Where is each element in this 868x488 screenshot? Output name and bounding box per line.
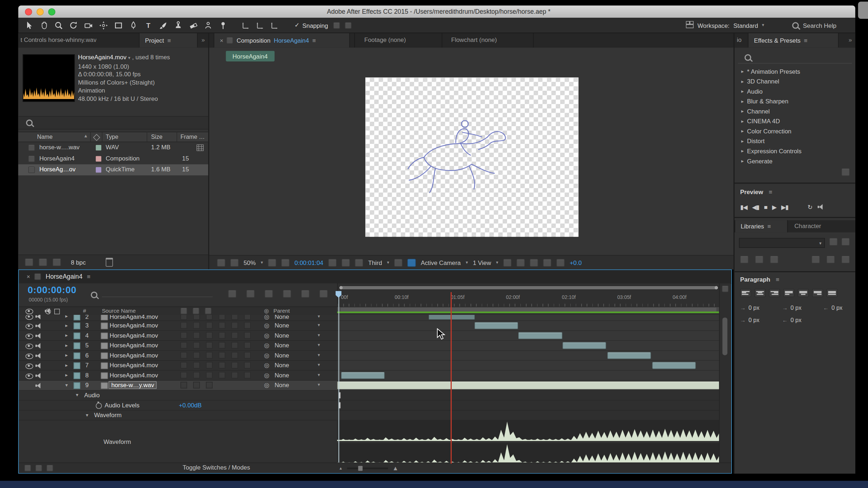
mask-visibility-icon[interactable] xyxy=(281,259,290,266)
fx-category[interactable]: ▸* Animation Presets xyxy=(735,67,855,77)
list-view-icon[interactable] xyxy=(842,238,850,245)
rotation-tool[interactable] xyxy=(69,20,79,30)
video-column-icon[interactable] xyxy=(25,309,33,314)
close-tab-icon[interactable]: × xyxy=(220,37,224,44)
eye-icon[interactable] xyxy=(25,373,33,379)
graph-editor-icon[interactable] xyxy=(319,290,328,297)
speaker-icon[interactable] xyxy=(35,333,41,338)
pick-whip-icon[interactable]: ◎ xyxy=(264,342,269,349)
layer-row-5[interactable]: ▸ 5 HorseAgain4.mov ◎ None ▾ xyxy=(19,341,731,351)
pick-whip-icon[interactable]: ◎ xyxy=(264,372,269,379)
twirl-icon[interactable]: ▸ xyxy=(65,352,68,358)
panel-menu-icon[interactable]: ≡ xyxy=(167,37,171,44)
column-parent[interactable]: Parent xyxy=(273,308,290,314)
project-row-composition[interactable]: HorseAgain4 Composition 15 xyxy=(18,153,208,164)
stopwatch-icon[interactable] xyxy=(96,403,102,409)
parent-select[interactable]: None xyxy=(275,382,289,388)
panel-menu-icon[interactable]: ≡ xyxy=(804,37,808,44)
parent-select[interactable]: None xyxy=(275,332,289,338)
first-line-indent-field[interactable]: → 0 px xyxy=(782,304,801,311)
always-preview-icon[interactable] xyxy=(217,259,225,266)
layer-color-chip[interactable] xyxy=(74,352,80,359)
tab-flowchart[interactable]: Flowchart (none) xyxy=(451,37,497,43)
twirl-icon[interactable]: ▸ xyxy=(741,69,744,74)
chevron-down-icon[interactable]: ▾ xyxy=(387,260,389,265)
chevron-down-icon[interactable]: ▾ xyxy=(318,342,320,347)
pick-whip-icon[interactable]: ◎ xyxy=(264,382,269,389)
column-source-name[interactable]: Source Name xyxy=(102,308,136,314)
parent-select[interactable]: None xyxy=(275,372,289,378)
project-bit-depth[interactable]: 8 bpc xyxy=(71,259,86,265)
fx-category[interactable]: ▸Distort xyxy=(735,136,855,146)
indent-left-field[interactable]: → 0 px xyxy=(740,304,759,311)
chevron-down-icon[interactable]: ▾ xyxy=(318,382,320,388)
tab-composition[interactable]: × Composition HorseAgain4 ≡ xyxy=(214,33,350,48)
workspace-value[interactable]: Standard xyxy=(733,22,758,28)
pan-behind-tool[interactable] xyxy=(98,20,109,30)
align-left-button[interactable] xyxy=(740,288,751,297)
align-center-button[interactable] xyxy=(754,288,766,297)
fx-category[interactable]: ▸Color Correction xyxy=(735,126,855,136)
pick-whip-icon[interactable]: ◎ xyxy=(264,315,269,320)
chevron-down-icon[interactable]: ▾ xyxy=(496,260,498,265)
roto-brush-tool[interactable] xyxy=(203,20,213,30)
align-right-button[interactable] xyxy=(769,288,780,297)
fx-category[interactable]: ▸Expression Controls xyxy=(735,146,855,156)
time-navigator-bar[interactable] xyxy=(339,286,718,289)
current-time-indicator-line[interactable] xyxy=(338,295,339,462)
layer-color-chip[interactable] xyxy=(74,342,80,349)
parent-select[interactable]: None xyxy=(275,322,289,329)
effects-search-field[interactable] xyxy=(738,52,852,64)
scrollbar-thumb[interactable] xyxy=(722,318,727,355)
sync-status-icon[interactable] xyxy=(812,256,820,263)
parent-select[interactable]: None xyxy=(275,352,289,358)
twirl-icon[interactable]: ▾ xyxy=(76,392,78,398)
column-type[interactable]: Type xyxy=(106,133,118,140)
layer-row-2[interactable]: ▸ 2 HorseAgain4.mov ◎ None ▾ xyxy=(19,315,731,321)
layer-lane[interactable] xyxy=(337,351,720,361)
search-help[interactable]: Search Help xyxy=(792,22,837,28)
brush-tool[interactable] xyxy=(158,20,169,30)
layer-lane[interactable] xyxy=(337,321,720,331)
label-color-chip[interactable] xyxy=(96,145,101,150)
chevron-down-icon[interactable]: ▾ xyxy=(318,372,320,377)
zoom-slider-handle[interactable] xyxy=(358,466,362,471)
layer-lane[interactable] xyxy=(337,361,720,371)
fx-category[interactable]: ▸Audio xyxy=(735,86,855,97)
fx-category[interactable]: ▸CINEMA 4D xyxy=(735,116,855,126)
panel-menu-icon[interactable]: ≡ xyxy=(776,276,779,283)
loop-icon[interactable]: ↻ xyxy=(808,203,813,210)
layer-color-chip[interactable] xyxy=(74,363,80,369)
layer-clip-bar[interactable] xyxy=(652,362,696,369)
previous-frame-button[interactable]: ◀▮ xyxy=(752,203,759,210)
indent-right-field[interactable]: ← 0 px xyxy=(823,304,842,311)
pixel-aspect-icon[interactable] xyxy=(503,259,512,266)
chevron-down-icon[interactable]: ▾ xyxy=(318,322,320,328)
pick-whip-icon[interactable]: ◎ xyxy=(264,332,269,339)
fx-category[interactable]: ▸Blur & Sharpen xyxy=(735,96,855,106)
justify-last-left-button[interactable] xyxy=(783,288,795,297)
layer-row-8[interactable]: ▸ 8 HorseAgain4.mov ◎ None ▾ xyxy=(19,371,731,381)
layer-lane[interactable] xyxy=(337,315,720,321)
type-tool[interactable]: T xyxy=(143,20,153,30)
label-color-chip[interactable] xyxy=(96,156,101,162)
show-snapshot-icon[interactable] xyxy=(341,259,350,266)
fx-category[interactable]: ▸Channel xyxy=(735,106,855,116)
eye-icon[interactable] xyxy=(25,334,33,339)
grid-guides-icon[interactable] xyxy=(268,259,276,266)
layer-row-6[interactable]: ▸ 6 HorseAgain4.mov ◎ None ▾ xyxy=(19,351,731,361)
waveform-twirl-row[interactable]: ▾ Waveform xyxy=(19,411,731,421)
layer-color-chip[interactable] xyxy=(74,382,80,389)
world-axis-mode-button[interactable] xyxy=(255,20,265,30)
comp-mini-flowchart-icon[interactable] xyxy=(228,290,237,297)
speaker-icon[interactable] xyxy=(35,373,41,378)
column-frame[interactable]: Frame … xyxy=(180,133,205,140)
close-tab-icon[interactable]: × xyxy=(26,273,30,280)
twirl-icon[interactable]: ▸ xyxy=(741,148,744,154)
twirl-icon[interactable]: ▸ xyxy=(65,315,68,319)
layer-lane[interactable] xyxy=(337,341,720,351)
comp-button-icon[interactable] xyxy=(722,286,728,292)
panel-menu-icon[interactable]: ≡ xyxy=(769,189,772,195)
panel-menu-icon[interactable]: ≡ xyxy=(312,37,316,44)
panel-corner-icon[interactable] xyxy=(842,168,850,176)
